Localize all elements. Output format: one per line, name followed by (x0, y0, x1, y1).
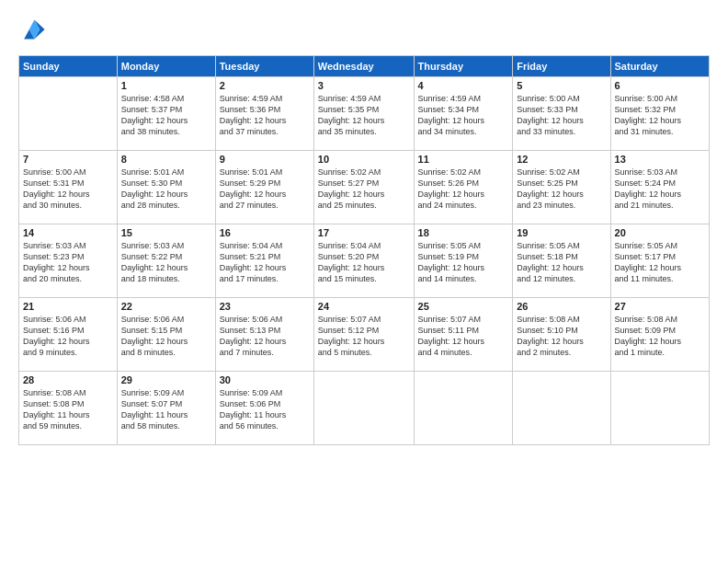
day-info: Sunrise: 5:09 AM Sunset: 5:06 PM Dayligh… (220, 387, 310, 432)
calendar-cell (414, 372, 513, 445)
day-number: 19 (517, 227, 606, 238)
calendar-cell: 15Sunrise: 5:03 AM Sunset: 5:22 PM Dayli… (117, 224, 215, 298)
day-number: 7 (23, 154, 113, 165)
day-info: Sunrise: 4:59 AM Sunset: 5:34 PM Dayligh… (418, 93, 509, 138)
day-info: Sunrise: 5:07 AM Sunset: 5:11 PM Dayligh… (418, 314, 509, 359)
calendar-cell: 3Sunrise: 4:59 AM Sunset: 5:35 PM Daylig… (313, 77, 414, 151)
day-number: 4 (418, 80, 509, 91)
calendar-cell: 23Sunrise: 5:06 AM Sunset: 5:13 PM Dayli… (215, 298, 313, 372)
day-number: 22 (121, 301, 211, 312)
day-of-week-monday: Monday (117, 56, 215, 77)
day-info: Sunrise: 5:01 AM Sunset: 5:30 PM Dayligh… (121, 167, 211, 212)
page: SundayMondayTuesdayWednesdayThursdayFrid… (0, 0, 728, 563)
calendar-cell: 9Sunrise: 5:01 AM Sunset: 5:29 PM Daylig… (215, 151, 313, 224)
calendar-cell: 19Sunrise: 5:05 AM Sunset: 5:18 PM Dayli… (513, 224, 610, 298)
day-number: 21 (23, 301, 113, 312)
day-info: Sunrise: 5:04 AM Sunset: 5:21 PM Dayligh… (220, 240, 310, 285)
day-info: Sunrise: 5:06 AM Sunset: 5:16 PM Dayligh… (23, 314, 113, 359)
day-info: Sunrise: 5:01 AM Sunset: 5:29 PM Dayligh… (220, 167, 310, 212)
day-number: 12 (517, 154, 606, 165)
header (18, 17, 710, 46)
calendar-cell: 2Sunrise: 4:59 AM Sunset: 5:36 PM Daylig… (215, 77, 313, 151)
logo (18, 17, 50, 46)
calendar-cell: 21Sunrise: 5:06 AM Sunset: 5:16 PM Dayli… (19, 298, 118, 372)
calendar-week-3: 14Sunrise: 5:03 AM Sunset: 5:23 PM Dayli… (19, 224, 710, 298)
calendar-cell (610, 372, 709, 445)
calendar-cell: 13Sunrise: 5:03 AM Sunset: 5:24 PM Dayli… (610, 151, 709, 224)
calendar-week-5: 28Sunrise: 5:08 AM Sunset: 5:08 PM Dayli… (19, 372, 710, 445)
day-number: 18 (418, 227, 509, 238)
day-number: 15 (121, 227, 211, 238)
calendar-cell: 10Sunrise: 5:02 AM Sunset: 5:27 PM Dayli… (313, 151, 414, 224)
calendar-cell: 1Sunrise: 4:58 AM Sunset: 5:37 PM Daylig… (117, 77, 215, 151)
day-of-week-sunday: Sunday (19, 56, 118, 77)
day-info: Sunrise: 5:02 AM Sunset: 5:25 PM Dayligh… (517, 167, 606, 212)
day-number: 16 (220, 227, 310, 238)
day-number: 11 (418, 154, 509, 165)
day-info: Sunrise: 5:07 AM Sunset: 5:12 PM Dayligh… (318, 314, 410, 359)
logo-icon (20, 17, 46, 42)
day-number: 23 (220, 301, 310, 312)
day-info: Sunrise: 5:00 AM Sunset: 5:33 PM Dayligh… (517, 93, 606, 138)
day-number: 5 (517, 80, 606, 91)
calendar-cell: 25Sunrise: 5:07 AM Sunset: 5:11 PM Dayli… (414, 298, 513, 372)
day-info: Sunrise: 4:59 AM Sunset: 5:35 PM Dayligh… (318, 93, 410, 138)
calendar-cell: 28Sunrise: 5:08 AM Sunset: 5:08 PM Dayli… (19, 372, 118, 445)
day-number: 2 (220, 80, 310, 91)
calendar-cell (19, 77, 118, 151)
day-info: Sunrise: 5:08 AM Sunset: 5:08 PM Dayligh… (23, 387, 113, 432)
day-number: 6 (615, 80, 705, 91)
calendar-week-4: 21Sunrise: 5:06 AM Sunset: 5:16 PM Dayli… (19, 298, 710, 372)
day-number: 17 (318, 227, 410, 238)
day-number: 29 (121, 374, 211, 385)
day-info: Sunrise: 5:06 AM Sunset: 5:15 PM Dayligh… (121, 314, 211, 359)
day-number: 1 (121, 80, 211, 91)
day-info: Sunrise: 5:08 AM Sunset: 5:10 PM Dayligh… (517, 314, 606, 359)
calendar-cell: 24Sunrise: 5:07 AM Sunset: 5:12 PM Dayli… (313, 298, 414, 372)
calendar-cell: 5Sunrise: 5:00 AM Sunset: 5:33 PM Daylig… (513, 77, 610, 151)
day-info: Sunrise: 5:05 AM Sunset: 5:18 PM Dayligh… (517, 240, 606, 285)
calendar-cell: 22Sunrise: 5:06 AM Sunset: 5:15 PM Dayli… (117, 298, 215, 372)
calendar-cell: 8Sunrise: 5:01 AM Sunset: 5:30 PM Daylig… (117, 151, 215, 224)
day-number: 13 (615, 154, 705, 165)
day-info: Sunrise: 5:03 AM Sunset: 5:23 PM Dayligh… (23, 240, 113, 285)
calendar-cell (513, 372, 610, 445)
day-of-week-thursday: Thursday (414, 56, 513, 77)
day-number: 8 (121, 154, 211, 165)
day-info: Sunrise: 5:05 AM Sunset: 5:17 PM Dayligh… (615, 240, 705, 285)
day-number: 9 (220, 154, 310, 165)
day-of-week-tuesday: Tuesday (215, 56, 313, 77)
day-number: 28 (23, 374, 113, 385)
day-number: 3 (318, 80, 410, 91)
day-info: Sunrise: 5:06 AM Sunset: 5:13 PM Dayligh… (220, 314, 310, 359)
day-number: 30 (220, 374, 310, 385)
day-info: Sunrise: 5:09 AM Sunset: 5:07 PM Dayligh… (121, 387, 211, 432)
day-info: Sunrise: 5:08 AM Sunset: 5:09 PM Dayligh… (615, 314, 705, 359)
day-number: 20 (615, 227, 705, 238)
day-info: Sunrise: 4:58 AM Sunset: 5:37 PM Dayligh… (121, 93, 211, 138)
day-number: 24 (318, 301, 410, 312)
calendar-body: 1Sunrise: 4:58 AM Sunset: 5:37 PM Daylig… (19, 77, 710, 445)
day-of-week-friday: Friday (513, 56, 610, 77)
day-info: Sunrise: 4:59 AM Sunset: 5:36 PM Dayligh… (220, 93, 310, 138)
calendar-cell: 30Sunrise: 5:09 AM Sunset: 5:06 PM Dayli… (215, 372, 313, 445)
calendar-week-1: 1Sunrise: 4:58 AM Sunset: 5:37 PM Daylig… (19, 77, 710, 151)
day-number: 14 (23, 227, 113, 238)
calendar-cell: 26Sunrise: 5:08 AM Sunset: 5:10 PM Dayli… (513, 298, 610, 372)
day-info: Sunrise: 5:00 AM Sunset: 5:31 PM Dayligh… (23, 167, 113, 212)
calendar-cell: 12Sunrise: 5:02 AM Sunset: 5:25 PM Dayli… (513, 151, 610, 224)
day-number: 25 (418, 301, 509, 312)
calendar-cell: 4Sunrise: 4:59 AM Sunset: 5:34 PM Daylig… (414, 77, 513, 151)
calendar-header-row: SundayMondayTuesdayWednesdayThursdayFrid… (19, 56, 710, 77)
calendar-cell (313, 372, 414, 445)
calendar-cell: 14Sunrise: 5:03 AM Sunset: 5:23 PM Dayli… (19, 224, 118, 298)
day-of-week-wednesday: Wednesday (313, 56, 414, 77)
day-info: Sunrise: 5:03 AM Sunset: 5:24 PM Dayligh… (615, 167, 705, 212)
day-of-week-saturday: Saturday (610, 56, 709, 77)
calendar-cell: 7Sunrise: 5:00 AM Sunset: 5:31 PM Daylig… (19, 151, 118, 224)
day-info: Sunrise: 5:02 AM Sunset: 5:26 PM Dayligh… (418, 167, 509, 212)
day-info: Sunrise: 5:05 AM Sunset: 5:19 PM Dayligh… (418, 240, 509, 285)
day-info: Sunrise: 5:02 AM Sunset: 5:27 PM Dayligh… (318, 167, 410, 212)
calendar-table: SundayMondayTuesdayWednesdayThursdayFrid… (18, 55, 710, 445)
day-number: 26 (517, 301, 606, 312)
